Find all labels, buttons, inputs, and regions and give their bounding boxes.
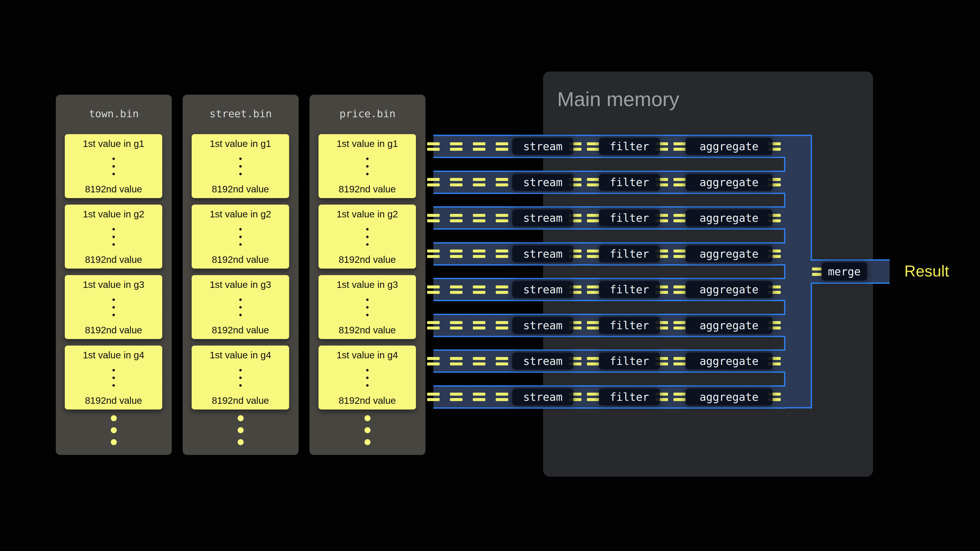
trunk-left-border [784, 300, 785, 315]
value-block: 1st value in g48192nd value [192, 346, 289, 410]
value-block: 1st value in g18192nd value [192, 134, 289, 198]
block-last-value-label: 8192nd value [212, 395, 269, 406]
block-last-value-label: 8192nd value [339, 254, 396, 265]
chunk-equals-icon [673, 321, 686, 330]
chunk-equals-icon [587, 214, 600, 222]
pipeline-row: streamfilteraggregate [433, 385, 785, 409]
value-block: 1st value in g28192nd value [318, 205, 416, 268]
chunk-equals-icon [427, 321, 440, 330]
block-ellipsis-icon [239, 299, 242, 316]
stage-chip-filter: filter [599, 245, 660, 262]
file-column-price: price.bin1st value in g18192nd value1st … [310, 95, 425, 455]
chunk-equals-icon [450, 249, 463, 258]
block-last-value-label: 8192nd value [212, 254, 269, 265]
chunk-equals-icon [450, 321, 463, 330]
block-first-value-label: 1st value in g4 [210, 350, 271, 360]
block-last-value-label: 8192nd value [85, 184, 142, 195]
trunk-left-border [784, 336, 785, 351]
pipeline-row: streamfilteraggregate [433, 206, 785, 230]
chunk-equals-icon [450, 393, 463, 401]
pipeline-row: streamfilteraggregate [433, 349, 785, 373]
value-block: 1st value in g28192nd value [65, 205, 162, 268]
block-ellipsis-icon [366, 228, 369, 246]
chunk-equals-icon [587, 286, 600, 294]
chunk-equals-icon [496, 321, 508, 330]
chunk-equals-icon [673, 249, 686, 258]
value-block: 1st value in g48192nd value [318, 346, 416, 410]
block-last-value-label: 8192nd value [85, 325, 142, 335]
stage-chip-stream: stream [512, 353, 573, 370]
stage-chip-aggregate: aggregate [686, 353, 773, 370]
chunk-equals-icon [496, 249, 508, 258]
chunk-equals-icon [587, 321, 600, 330]
block-ellipsis-icon [113, 369, 115, 387]
block-ellipsis-icon [366, 369, 369, 387]
block-ellipsis-icon [239, 369, 242, 387]
stage-chip-filter: filter [599, 210, 660, 226]
chunk-equals-icon [427, 286, 440, 294]
stage-chip-aggregate: aggregate [686, 245, 773, 262]
pipeline-row: streamfilteraggregate [433, 171, 785, 194]
trunk-left-border [784, 193, 785, 208]
trunk-left-border [784, 372, 785, 387]
column-ellipsis-icon [364, 415, 371, 445]
block-first-value-label: 1st value in g1 [210, 138, 271, 149]
block-first-value-label: 1st value in g3 [336, 279, 398, 290]
chunk-equals-icon [473, 357, 485, 365]
main-memory-title: Main memory [557, 87, 679, 111]
chunk-equals-icon [473, 214, 485, 222]
chunk-equals-icon [673, 393, 686, 401]
file-column-header: street.bin [183, 95, 299, 133]
chunk-equals-icon [473, 393, 485, 401]
block-first-value-label: 1st value in g4 [83, 350, 144, 360]
chunk-equals-icon [673, 142, 686, 151]
value-block: 1st value in g28192nd value [192, 205, 289, 268]
file-column-header: price.bin [310, 95, 425, 133]
file-column-town: town.bin1st value in g18192nd value1st v… [56, 95, 172, 455]
stage-chip-filter: filter [599, 317, 660, 334]
chunk-equals-icon [473, 142, 485, 151]
diagram-canvas: town.bin1st value in g18192nd value1st v… [0, 0, 980, 551]
block-first-value-label: 1st value in g2 [336, 209, 398, 219]
pipeline-row-content: streamfilteraggregate [427, 315, 781, 336]
chunk-equals-icon [473, 249, 485, 258]
pipeline-row-content: streamfilteraggregate [427, 208, 781, 228]
pipeline-row: streamfilteraggregate [433, 135, 785, 158]
block-first-value-label: 1st value in g1 [336, 138, 398, 149]
file-column-header: town.bin [56, 95, 172, 133]
chunk-equals-icon [496, 286, 508, 294]
chunk-equals-icon [427, 142, 440, 151]
trunk-left-border [784, 264, 785, 279]
pipeline-row: streamfilteraggregate [433, 242, 785, 265]
chunk-equals-icon [450, 357, 463, 365]
chunk-equals-icon [496, 393, 508, 401]
stage-chip-filter: filter [599, 281, 660, 298]
chunk-equals-icon [450, 142, 463, 151]
trunk-right-border [811, 284, 812, 409]
trunk-left-border [784, 157, 785, 172]
stage-chip-filter: filter [599, 353, 660, 370]
chunk-equals-icon [587, 393, 600, 401]
value-block: 1st value in g48192nd value [65, 346, 162, 410]
block-last-value-label: 8192nd value [212, 184, 269, 195]
stage-chip-stream: stream [512, 210, 573, 226]
stage-chip-stream: stream [512, 389, 573, 405]
pipeline-row-content: streamfilteraggregate [427, 243, 781, 264]
value-block: 1st value in g18192nd value [318, 134, 416, 198]
block-ellipsis-icon [366, 299, 369, 316]
pipeline-row: streamfilteraggregate [433, 278, 785, 301]
chunk-equals-icon [587, 142, 600, 151]
stage-chip-aggregate: aggregate [686, 317, 773, 334]
block-ellipsis-icon [366, 157, 369, 175]
chunk-equals-icon [450, 214, 463, 222]
stage-chip-aggregate: aggregate [686, 210, 773, 226]
pipeline-row-content: streamfilteraggregate [427, 136, 781, 157]
column-ellipsis-icon [238, 415, 243, 445]
pipeline-row-content: streamfilteraggregate [427, 387, 781, 407]
block-last-value-label: 8192nd value [85, 395, 142, 406]
stage-chip-aggregate: aggregate [686, 174, 773, 191]
chunk-equals-icon [673, 178, 686, 186]
chunk-equals-icon [587, 357, 600, 365]
stage-chip-stream: stream [512, 245, 573, 262]
chunk-equals-icon [427, 249, 440, 258]
